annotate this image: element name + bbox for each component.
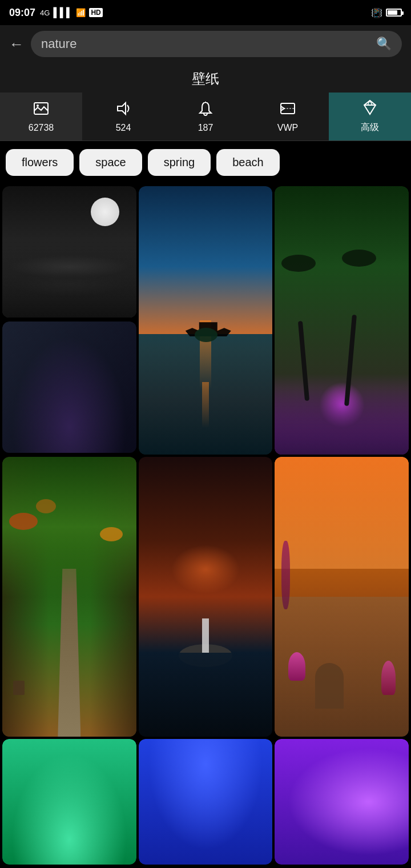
svg-marker-4	[364, 101, 376, 114]
network-icon: 4G	[40, 9, 50, 17]
search-input[interactable]: nature	[41, 37, 370, 51]
wallpaper-extra-small[interactable]	[2, 322, 136, 455]
status-time: 09:07 4G ▌▌▌ 📶 HD	[9, 7, 103, 19]
wallpaper-sunset[interactable]	[139, 186, 273, 455]
battery-icon	[386, 9, 402, 17]
sounds-icon	[115, 101, 131, 120]
vibrate-icon: 📳	[371, 7, 382, 18]
tab-images[interactable]: 62738	[0, 93, 82, 140]
svg-point-1	[37, 105, 39, 107]
category-tabs: 62738 524 187 VWP	[0, 93, 411, 141]
signal-icon: ▌▌▌	[53, 7, 72, 18]
advanced-label: 高级	[361, 122, 379, 134]
tab-vwp[interactable]: VWP	[247, 93, 329, 140]
filter-tags: flowers space spring beach	[0, 141, 411, 184]
filter-spring[interactable]: spring	[148, 149, 211, 176]
search-icon[interactable]: 🔍	[376, 37, 392, 51]
vwp-icon	[280, 101, 296, 120]
hd-badge: HD	[89, 8, 102, 17]
filter-flowers[interactable]: flowers	[6, 149, 74, 176]
wallpaper-green[interactable]	[2, 739, 136, 865]
status-right-icons: 📳	[371, 7, 402, 18]
bell-icon	[198, 101, 213, 120]
tab-advanced[interactable]: 高级	[329, 93, 411, 140]
wallpaper-palm[interactable]	[275, 186, 409, 455]
diamond-icon	[362, 99, 378, 119]
grid-row-2	[2, 457, 409, 737]
images-icon	[33, 101, 49, 120]
tab-notifications[interactable]: 187	[164, 93, 247, 140]
grid-row-1	[2, 186, 409, 455]
back-button[interactable]: ←	[9, 35, 24, 53]
wallpaper-moon[interactable]	[2, 186, 136, 319]
svg-marker-2	[118, 103, 126, 114]
page-title-container: 壁纸	[0, 63, 411, 93]
page-title: 壁纸	[192, 71, 219, 86]
status-bar: 09:07 4G ▌▌▌ 📶 HD 📳	[0, 0, 411, 25]
search-input-wrapper[interactable]: nature 🔍	[31, 31, 402, 57]
search-bar: ← nature 🔍	[0, 25, 411, 63]
time-display: 09:07	[9, 7, 35, 19]
grid-row-3	[2, 739, 409, 865]
wallpaper-purple[interactable]	[275, 739, 409, 865]
filter-beach[interactable]: beach	[216, 149, 280, 176]
vwp-label: VWP	[277, 123, 298, 133]
wallpaper-lighthouse[interactable]	[139, 457, 273, 737]
images-count: 62738	[29, 123, 54, 133]
tab-sounds[interactable]: 524	[82, 93, 164, 140]
wallpaper-forest[interactable]	[2, 457, 136, 737]
wallpaper-blue[interactable]	[139, 739, 273, 865]
sounds-count: 524	[116, 123, 131, 133]
filter-space[interactable]: space	[79, 149, 142, 176]
wifi-icon: 📶	[76, 8, 86, 17]
notifications-count: 187	[198, 123, 213, 133]
wallpaper-terrace[interactable]	[275, 457, 409, 737]
wallpaper-grid	[0, 184, 411, 867]
